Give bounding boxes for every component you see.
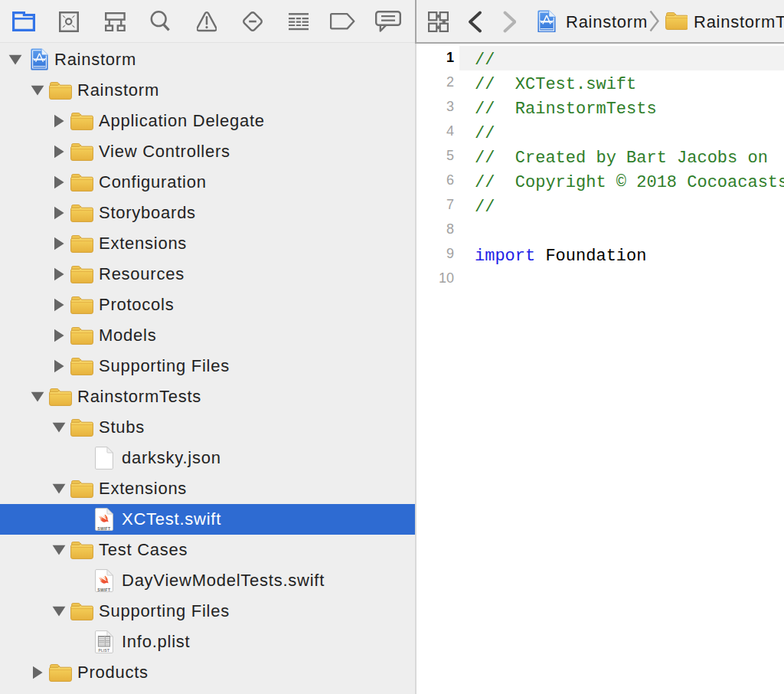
svg-text:SWIFT: SWIFT <box>97 526 110 531</box>
svg-text:PLIST: PLIST <box>99 649 110 653</box>
svg-text:SWIFT: SWIFT <box>97 588 110 592</box>
